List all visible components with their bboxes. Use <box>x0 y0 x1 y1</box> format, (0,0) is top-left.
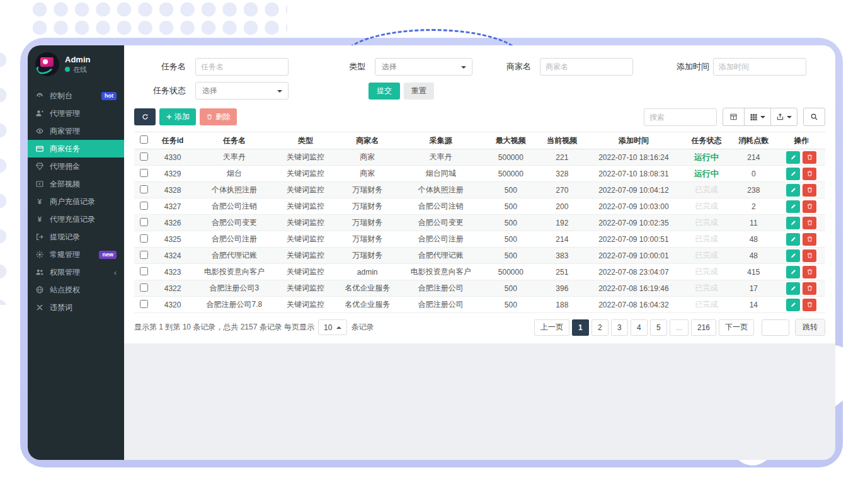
type-select[interactable]: 选择 <box>375 58 472 76</box>
edit-button[interactable] <box>786 217 800 229</box>
sidebar-item-label: 全部视频 <box>50 179 80 190</box>
row-checkbox[interactable] <box>140 185 148 193</box>
user-status-label: 在线 <box>73 65 87 74</box>
delete-button[interactable] <box>803 249 816 262</box>
delete-button[interactable] <box>803 184 816 197</box>
search-button[interactable] <box>803 108 825 126</box>
row-checkbox[interactable] <box>140 169 148 177</box>
edit-button[interactable] <box>786 168 800 180</box>
page-button-1[interactable]: 1 <box>572 319 589 336</box>
column-header: 商家名 <box>334 132 401 149</box>
add-time-input[interactable] <box>713 58 806 76</box>
edit-button[interactable] <box>786 184 800 197</box>
row-checkbox[interactable] <box>140 234 148 243</box>
ban-icon <box>35 303 44 312</box>
row-checkbox[interactable] <box>140 152 148 161</box>
sidebar-item-label: 常规管理 <box>50 249 80 260</box>
sidebar-item-merchant-recharge-records[interactable]: ¥商户充值记录 <box>28 193 124 210</box>
refresh-button[interactable] <box>134 108 156 125</box>
jump-button[interactable]: 跳转 <box>795 319 825 336</box>
bulk-delete-button[interactable]: 删除 <box>200 108 237 125</box>
sidebar-item-merchant-management[interactable]: 商家管理 <box>28 122 124 140</box>
edit-button[interactable] <box>786 299 800 311</box>
cell-max-videos: 500000 <box>481 264 540 280</box>
row-checkbox[interactable] <box>140 300 148 308</box>
status-badge: 已完成 <box>695 202 717 210</box>
cell-points: 0 <box>729 166 777 182</box>
cell-collect-source: 天率丹 <box>401 149 481 166</box>
task-name-input[interactable] <box>195 58 289 76</box>
status-badge: 已完成 <box>695 234 717 243</box>
edit-button[interactable] <box>786 282 800 295</box>
row-checkbox[interactable] <box>140 267 148 275</box>
row-checkbox[interactable] <box>140 202 148 210</box>
withdraw-icon <box>35 232 44 241</box>
next-page-button[interactable]: 下一页 <box>719 319 754 336</box>
delete-button[interactable] <box>803 151 816 164</box>
toggle-view-button[interactable] <box>723 108 745 126</box>
cell-task-id: 4328 <box>154 182 192 198</box>
cell-task-name: 合肥代理记账 <box>192 248 277 264</box>
delete-button[interactable] <box>803 168 816 180</box>
page-button-4[interactable]: 4 <box>631 319 648 336</box>
search-input[interactable] <box>644 108 717 126</box>
merchant-name-input[interactable] <box>540 58 633 76</box>
delete-button[interactable] <box>803 299 816 311</box>
pagination: 上一页12345...216下一页 <box>534 319 754 336</box>
sidebar-item-banned-words[interactable]: 违禁词 <box>28 299 124 316</box>
row-checkbox[interactable] <box>140 284 148 292</box>
avatar <box>35 52 59 76</box>
jump-page-input[interactable] <box>762 319 789 336</box>
submit-button[interactable]: 提交 <box>369 83 400 100</box>
delete-button[interactable] <box>803 282 816 295</box>
cell-task-name: 合肥公司变更 <box>192 215 277 231</box>
sidebar-item-label: 权限管理 <box>50 267 80 278</box>
edit-button[interactable] <box>786 249 800 262</box>
delete-button[interactable] <box>803 233 816 246</box>
page-button-3[interactable]: 3 <box>611 319 628 336</box>
edit-button[interactable] <box>786 200 800 213</box>
row-checkbox[interactable] <box>140 218 148 226</box>
page-button-2[interactable]: 2 <box>592 319 609 336</box>
cell-task-name: 天率丹 <box>192 149 277 166</box>
sidebar-item-agent-management[interactable]: 代理管理 <box>28 105 124 122</box>
delete-button[interactable] <box>803 266 816 278</box>
sidebar-item-agent-commission[interactable]: 代理佣金 <box>28 158 124 175</box>
videos-icon <box>35 180 44 188</box>
sidebar-item-all-videos[interactable]: 全部视频 <box>28 175 124 193</box>
row-checkbox[interactable] <box>140 251 148 259</box>
plus-icon <box>166 113 173 120</box>
cell-max-videos: 500 <box>481 198 540 215</box>
add-button[interactable]: 添加 <box>159 108 196 125</box>
card-view-icon <box>729 113 738 121</box>
page-size-select[interactable]: 10 <box>318 319 347 335</box>
edit-button[interactable] <box>786 233 800 246</box>
select-all-checkbox[interactable] <box>140 135 148 144</box>
status-badge: 已完成 <box>695 218 717 227</box>
cell-task-name: 合肥注册公司7.8 <box>192 297 277 313</box>
edit-button[interactable] <box>786 266 800 278</box>
page-button-5[interactable]: 5 <box>650 319 667 336</box>
cell-points: 11 <box>729 215 777 231</box>
page-button-216[interactable]: 216 <box>691 319 716 336</box>
sidebar-item-general-management[interactable]: 常规管理new <box>28 246 124 263</box>
sidebar-item-console[interactable]: 控制台hot <box>28 87 124 105</box>
prev-page-button[interactable]: 上一页 <box>534 319 569 336</box>
sidebar-item-agent-recharge-records[interactable]: ¥代理充值记录 <box>28 210 124 228</box>
export-button[interactable] <box>770 108 797 126</box>
sidebar-item-withdrawal-records[interactable]: 提现记录 <box>28 228 124 246</box>
sidebar-item-merchant-tasks[interactable]: 商家任务 <box>28 140 124 158</box>
delete-button[interactable] <box>803 200 816 213</box>
cell-task-id: 4326 <box>154 215 192 231</box>
task-status-select[interactable]: 选择 <box>195 82 289 100</box>
edit-button[interactable] <box>786 151 800 164</box>
reset-button[interactable]: 重置 <box>404 83 434 100</box>
cell-merchant-name: 商家 <box>334 149 401 166</box>
delete-button[interactable] <box>803 217 816 229</box>
cell-current-videos: 188 <box>540 297 584 313</box>
columns-button[interactable] <box>744 108 771 126</box>
sidebar-item-permission-management[interactable]: 权限管理‹ <box>28 263 124 281</box>
user-profile[interactable]: Admin 在线 <box>28 45 124 82</box>
sidebar-item-site-authorization[interactable]: 站点授权 <box>28 281 124 299</box>
cell-max-videos: 500 <box>481 248 540 264</box>
